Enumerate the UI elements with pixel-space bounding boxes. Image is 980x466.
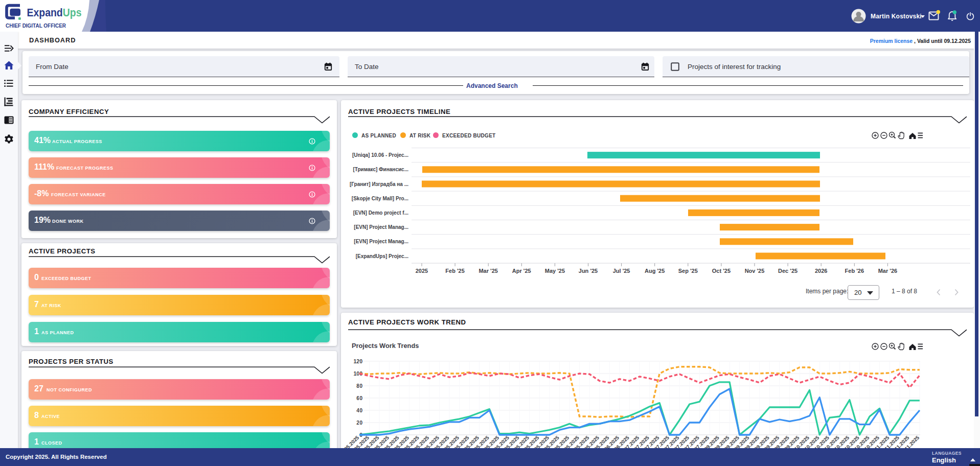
svg-text:[EVN] Project Manag...: [EVN] Project Manag... <box>354 239 408 244</box>
svg-text:Oct '25: Oct '25 <box>712 268 731 274</box>
svg-text:[Тримакс] Финансис...: [Тримакс] Финансис... <box>353 167 408 172</box>
svg-text:[Uniqa] 10.06 - Projec...: [Uniqa] 10.06 - Projec... <box>352 152 408 158</box>
svg-text:Feb '26: Feb '26 <box>845 268 864 274</box>
svg-text:Dec '25: Dec '25 <box>778 268 797 274</box>
svg-text:May '25: May '25 <box>545 268 565 274</box>
svg-text:Jul '25: Jul '25 <box>613 268 630 274</box>
svg-text:Sep '25: Sep '25 <box>678 268 698 274</box>
svg-text:Mar '26: Mar '26 <box>878 268 897 274</box>
svg-text:Mar '25: Mar '25 <box>478 268 497 274</box>
svg-text:Nov '25: Nov '25 <box>745 268 765 274</box>
svg-text:ExpandUps: ExpandUps <box>27 6 82 19</box>
svg-text:[EVN] Project Manag...: [EVN] Project Manag... <box>354 224 408 230</box>
svg-text:120: 120 <box>353 358 362 364</box>
svg-text:2026: 2026 <box>815 268 827 274</box>
svg-text:[EVN] Demo project f...: [EVN] Demo project f... <box>353 210 409 216</box>
svg-text:[ExpandUps] Projec...: [ExpandUps] Projec... <box>356 253 409 259</box>
svg-text:[Skopje City Mall] Pro...: [Skopje City Mall] Pro... <box>352 196 408 201</box>
svg-text:Feb '25: Feb '25 <box>445 268 464 274</box>
svg-text:Aug '25: Aug '25 <box>645 268 665 274</box>
svg-text:Apr '25: Apr '25 <box>512 268 531 274</box>
svg-text:Jun '25: Jun '25 <box>579 268 598 274</box>
svg-text:CHIEF DIGITAL OFFICER: CHIEF DIGITAL OFFICER <box>6 23 66 29</box>
svg-text:[Гранит] Изградба на ...: [Гранит] Изградба на ... <box>350 181 408 187</box>
svg-text:2025: 2025 <box>416 268 428 274</box>
